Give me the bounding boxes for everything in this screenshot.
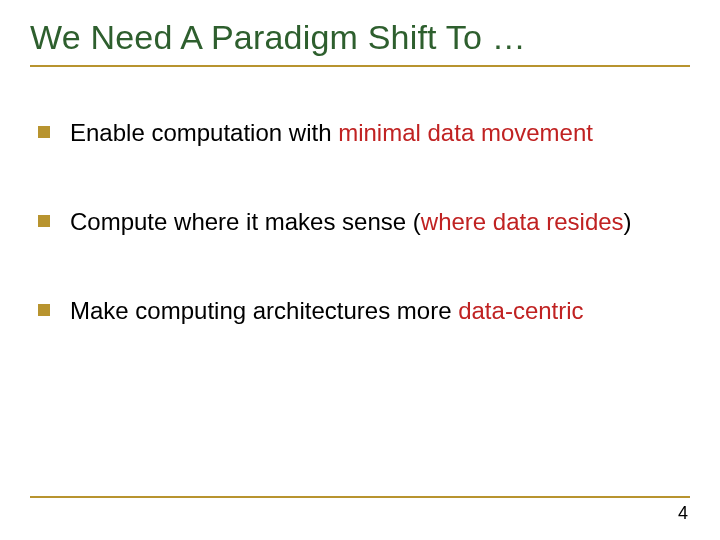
bullet-text: Compute where it makes sense (where data… [70, 206, 690, 237]
slide: We Need A Paradigm Shift To … Enable com… [0, 0, 720, 540]
bullet-text-pre: Compute where it makes sense ( [70, 208, 421, 235]
slide-body: Enable computation with minimal data mov… [30, 117, 690, 327]
square-bullet-icon [38, 126, 50, 138]
bullet-text-highlight: data-centric [458, 297, 583, 324]
footer-divider [30, 496, 690, 498]
bullet-text: Enable computation with minimal data mov… [70, 117, 690, 148]
slide-title: We Need A Paradigm Shift To … [30, 18, 690, 57]
square-bullet-icon [38, 215, 50, 227]
bullet-text: Make computing architectures more data-c… [70, 295, 690, 326]
title-divider [30, 65, 690, 67]
bullet-text-post: ) [624, 208, 632, 235]
bullet-item: Make computing architectures more data-c… [38, 295, 690, 326]
page-number: 4 [678, 503, 688, 524]
bullet-text-highlight: minimal data movement [338, 119, 593, 146]
square-bullet-icon [38, 304, 50, 316]
bullet-item: Compute where it makes sense (where data… [38, 206, 690, 237]
bullet-text-pre: Make computing architectures more [70, 297, 458, 324]
bullet-item: Enable computation with minimal data mov… [38, 117, 690, 148]
bullet-text-highlight: where data resides [421, 208, 624, 235]
bullet-text-pre: Enable computation with [70, 119, 338, 146]
